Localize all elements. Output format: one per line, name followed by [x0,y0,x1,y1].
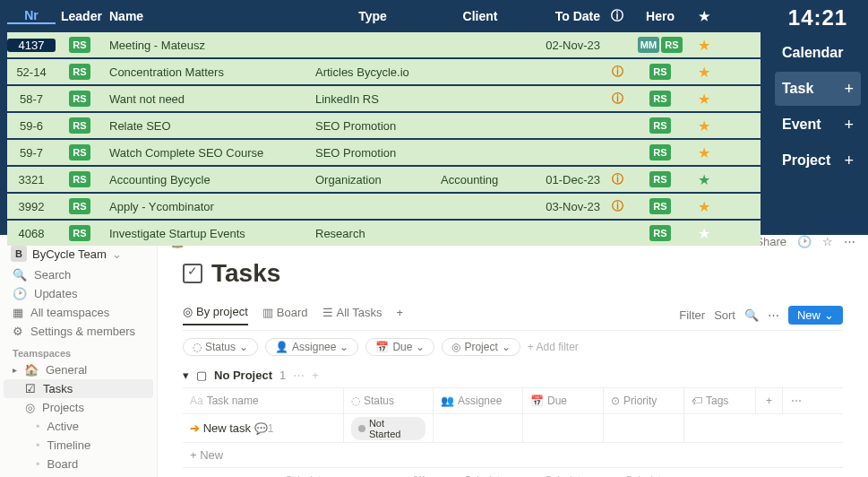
col-header-task-name[interactable]: AaTask name [183,388,344,413]
task-row[interactable]: 4068 RS Investigate Startup Events Resea… [7,221,761,246]
cell-nr[interactable]: 59-6 [7,119,56,133]
task-row[interactable]: 59-6 RS Relate SEO SEO Promotion RS ★ [7,113,761,138]
col-header-alert[interactable]: ⓘ [606,8,629,24]
sidebar-item-tasks[interactable]: ☑Tasks [4,379,153,398]
filter-project[interactable]: ◎Project⌄ [442,338,520,356]
cell-leader[interactable]: RS [56,64,104,80]
sidebar-item-timeline[interactable]: •Timeline [4,436,153,455]
cell-status[interactable]: Not Started [344,414,434,442]
filter-status[interactable]: ◌Status⌄ [183,338,258,356]
history-icon[interactable]: 🕑 [797,235,812,248]
cell-nr[interactable]: 3992 [7,200,56,213]
more-icon[interactable]: ⋯ [768,308,779,322]
star-button[interactable]: ★ [692,91,717,108]
calc-name[interactable]: Calculate ⌄ [183,474,344,478]
group-add-icon[interactable]: + [312,369,319,382]
cell-name[interactable]: Want not need [104,92,310,106]
cell-nr[interactable]: 58-7 [7,92,56,106]
cell-hero[interactable]: RS [629,144,692,160]
nav-item-project[interactable]: Project+ [775,143,861,178]
filter-assignee[interactable]: 👤Assignee⌄ [265,338,358,356]
task-row[interactable]: 58-7 RS Want not need LinkedIn RS ⓘ RS ★ [7,86,761,111]
collapse-icon[interactable]: ▾ [183,369,189,382]
cell-name[interactable]: Concentration Matters [104,65,310,79]
group-more-icon[interactable]: ⋯ [293,369,305,382]
cell-leader[interactable]: RS [56,91,104,107]
sidebar-updates[interactable]: 🕑Updates [4,284,153,303]
task-row[interactable]: 4137 RS Meeting - Mateusz 02-Nov-23 MMRS… [7,32,761,57]
cell-nr[interactable]: 3321 [7,173,56,186]
col-header-client[interactable]: Client [435,9,525,23]
columns-more-button[interactable]: ⋯ [783,388,810,413]
cell-name[interactable]: Investigate Startup Events [104,227,310,240]
view-tab-board[interactable]: ▥Board [262,306,308,325]
col-header-name[interactable]: Name [104,9,310,23]
sidebar-settings[interactable]: ⚙Settings & members [4,322,153,341]
cell-type[interactable]: LinkedIn RS [310,92,435,106]
cell-client[interactable]: Accounting [435,173,525,186]
sidebar-all-teamspaces[interactable]: ▦All teamspaces [4,303,153,322]
cell-hero[interactable]: RS [629,117,692,134]
cell-name[interactable]: Relate SEO [104,119,310,133]
cell-nr[interactable]: 4137 [7,39,56,52]
col-header-assignee[interactable]: 👥Assignee [434,388,523,413]
cell-hero[interactable]: MMRS [629,37,692,53]
col-header-status[interactable]: ◌Status [344,388,434,413]
task-row[interactable]: 3992 RS Apply - Ycombinator 03-Nov-23 ⓘ … [7,194,761,219]
view-tab-by-project[interactable]: ◎By project [183,305,248,325]
cell-hero[interactable]: RS [629,64,692,80]
nav-item-task[interactable]: Task+ [775,72,861,106]
cell-name[interactable]: Accounting Bycycle [104,173,310,186]
cell-type[interactable]: Organization [310,173,435,186]
cell-task-name[interactable]: ➔ New task 💬 1 [183,414,344,442]
cell-leader[interactable]: RS [56,117,104,134]
cell-type[interactable]: Articles Bycycle.io [310,65,435,79]
cell-name[interactable]: Apply - Ycombinator [104,200,310,213]
more-icon[interactable]: ⋯ [844,235,855,248]
view-tab-all-tasks[interactable]: ☰All Tasks [322,306,382,325]
nav-item-calendar[interactable]: Calendar [775,36,861,70]
add-view-button[interactable]: + [397,306,404,325]
page-icon-checkbox[interactable] [183,264,202,283]
cell-hero[interactable]: RS [629,198,692,214]
calc-priority[interactable]: Calculate ⌄ [604,474,684,478]
search-icon[interactable]: 🔍 [744,308,759,322]
col-header-tags[interactable]: 🏷Tags [684,388,756,413]
cell-leader[interactable]: RS [56,225,104,241]
cell-todate[interactable]: 03-Nov-23 [525,200,606,213]
sidebar-item-active[interactable]: •Active [4,417,153,436]
star-button[interactable]: ★ [692,37,717,54]
nav-item-event[interactable]: Event+ [775,108,861,142]
calc-due[interactable]: Calculate ⌄ [523,474,604,478]
col-header-type[interactable]: Type [310,9,435,23]
star-button[interactable]: ★ [692,198,717,215]
filter-button[interactable]: Filter [679,308,705,322]
col-header-hero[interactable]: Hero [629,9,692,23]
col-header-star[interactable]: ★ [692,9,717,23]
cell-priority[interactable] [604,414,684,442]
cell-hero[interactable]: RS [629,171,692,187]
sidebar-item-projects[interactable]: ◎Projects [4,398,153,417]
cell-leader[interactable]: RS [56,144,104,160]
cell-name[interactable]: Watch Complete SEO Course [104,146,310,160]
cell-tags[interactable] [684,414,756,442]
cell-due[interactable] [523,414,604,442]
cell-nr[interactable]: 59-7 [7,146,56,160]
cell-type[interactable]: SEO Promotion [310,146,435,160]
cell-alert[interactable]: ⓘ [606,198,629,214]
star-button[interactable]: ★ [692,64,717,81]
plus-icon[interactable]: + [844,80,854,99]
cell-nr[interactable]: 52-14 [7,65,56,79]
star-button[interactable]: ★ [692,144,717,161]
add-column-button[interactable]: + [756,388,783,413]
plus-icon[interactable]: + [844,116,854,134]
new-row-button[interactable]: + New [183,443,843,468]
group-header[interactable]: ▾ ▢ No Project 1 ⋯ + [183,363,843,387]
cell-leader[interactable]: RS [56,37,104,53]
cell-type[interactable]: SEO Promotion [310,119,435,133]
star-button[interactable]: ★ [692,171,717,188]
sidebar-item-board[interactable]: •Board [4,455,153,473]
cell-todate[interactable]: 02-Nov-23 [525,39,606,52]
new-button[interactable]: New⌄ [788,306,843,325]
task-row[interactable]: 3321 RS Accounting Bycycle Organization … [7,167,761,192]
